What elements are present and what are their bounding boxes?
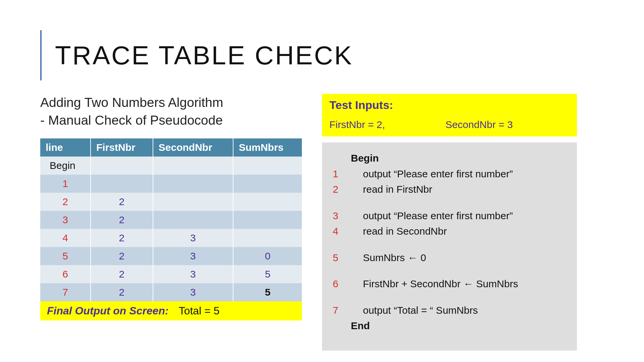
code-line: 6FirstNbr + SecondNbr ← SumNbrs (331, 276, 568, 292)
code-line-number: 6 (331, 276, 351, 292)
code-line-text: read in SecondNbr (351, 224, 447, 239)
code-line: 7output “Total = “ SumNbrs (331, 303, 568, 318)
table-row: 6235 (40, 265, 302, 283)
cell-line: 4 (40, 229, 91, 247)
cell-line: 7 (40, 283, 91, 301)
code-line-text: output “Please enter first number” (351, 166, 513, 182)
cell-line: Begin (40, 157, 91, 175)
left-column: Adding Two Numbers Algorithm - Manual Ch… (40, 94, 302, 351)
code-line-number: 2 (331, 182, 351, 197)
subtitle-line2: - Manual Check of Pseudocode (40, 113, 223, 127)
code-line-text: read in FirstNbr (351, 182, 432, 197)
th-sumnbrs: SumNbrs (233, 138, 302, 157)
cell-line: 3 (40, 211, 91, 229)
code-line-number: 4 (331, 224, 351, 239)
th-line: line (40, 138, 91, 157)
code-line-number: 5 (331, 250, 351, 266)
test-inputs-box: Test Inputs: FirstNbr = 2, SecondNbr = 3 (322, 94, 577, 136)
cell-line: 1 (40, 175, 91, 193)
table-row: 5230 (40, 247, 302, 265)
final-output-value: Total = 5 (179, 305, 220, 317)
table-row: 1 (40, 175, 302, 193)
code-line-text: output “Total = “ SumNbrs (351, 303, 478, 318)
code-begin: Begin (331, 150, 568, 166)
content-columns: Adding Two Numbers Algorithm - Manual Ch… (40, 94, 604, 351)
cell-value: 2 (91, 229, 153, 247)
cell-value (91, 175, 153, 193)
code-line: 3output “Please enter first number” (331, 208, 568, 224)
cell-value: 2 (91, 193, 153, 211)
title-block: TRACE TABLE CHECK (40, 30, 604, 80)
code-blank-line (331, 292, 568, 303)
test-inputs-title: Test Inputs: (329, 99, 570, 112)
test-inputs-values: FirstNbr = 2, SecondNbr = 3 (329, 119, 570, 130)
cell-value (153, 175, 233, 193)
code-line-number: 1 (331, 166, 351, 182)
code-line-text: FirstNbr + SecondNbr ← SumNbrs (351, 276, 518, 292)
code-blank-line (331, 265, 568, 276)
cell-value (233, 193, 302, 211)
code-line: 1output “Please enter first number” (331, 166, 568, 182)
cell-value (153, 193, 233, 211)
table-header-row: line FirstNbr SecondNbr SumNbrs (40, 138, 302, 157)
code-line-text: output “Please enter first number” (351, 208, 513, 224)
cell-value: 3 (153, 247, 233, 265)
test-input-second: SecondNbr = 3 (445, 119, 513, 130)
cell-value: 2 (91, 247, 153, 265)
code-line-number: 7 (331, 303, 351, 318)
cell-value: 5 (233, 283, 302, 301)
page-title: TRACE TABLE CHECK (55, 40, 353, 71)
cell-value (153, 211, 233, 229)
final-output-label: Final Output on Screen: (47, 305, 169, 317)
table-row: Begin (40, 157, 302, 175)
cell-line: 6 (40, 265, 91, 283)
subtitle-line1: Adding Two Numbers Algorithm (40, 95, 223, 110)
cell-line: 5 (40, 247, 91, 265)
code-blank-line (331, 239, 568, 250)
th-firstnbr: FirstNbr (91, 138, 153, 157)
subtitle: Adding Two Numbers Algorithm - Manual Ch… (40, 94, 302, 129)
cell-line: 2 (40, 193, 91, 211)
th-secondnbr: SecondNbr (153, 138, 233, 157)
table-row: 423 (40, 229, 302, 247)
code-keyword-begin: Begin (351, 150, 379, 166)
cell-value: 2 (91, 283, 153, 301)
test-input-first: FirstNbr = 2, (329, 119, 385, 130)
code-line-number: 3 (331, 208, 351, 224)
trace-table: line FirstNbr SecondNbr SumNbrs Begin122… (40, 138, 302, 301)
code-keyword-end: End (351, 318, 370, 334)
cell-value (233, 157, 302, 175)
table-row: 7235 (40, 283, 302, 301)
final-output-row: Final Output on Screen: Total = 5 (40, 301, 302, 320)
code-line: 2read in FirstNbr (331, 182, 568, 197)
code-line-text: SumNbrs ← 0 (351, 250, 426, 266)
pseudocode-box: Begin 1output “Please enter first number… (322, 142, 577, 351)
title-accent-bar (40, 30, 42, 80)
cell-value: 2 (91, 265, 153, 283)
cell-value: 3 (153, 283, 233, 301)
slide: TRACE TABLE CHECK Adding Two Numbers Alg… (0, 0, 644, 362)
cell-value: 3 (153, 229, 233, 247)
cell-value: 3 (153, 265, 233, 283)
cell-value: 5 (233, 265, 302, 283)
code-line: 4read in SecondNbr (331, 224, 568, 239)
cell-value: 2 (91, 211, 153, 229)
code-line: 5SumNbrs ← 0 (331, 250, 568, 266)
cell-value (91, 157, 153, 175)
cell-value (233, 175, 302, 193)
right-column: Test Inputs: FirstNbr = 2, SecondNbr = 3… (322, 94, 577, 351)
cell-value: 0 (233, 247, 302, 265)
code-blank-line (331, 197, 568, 208)
table-row: 32 (40, 211, 302, 229)
cell-value (233, 211, 302, 229)
table-row: 22 (40, 193, 302, 211)
cell-value (233, 229, 302, 247)
cell-value (153, 157, 233, 175)
code-end: End (331, 318, 568, 334)
